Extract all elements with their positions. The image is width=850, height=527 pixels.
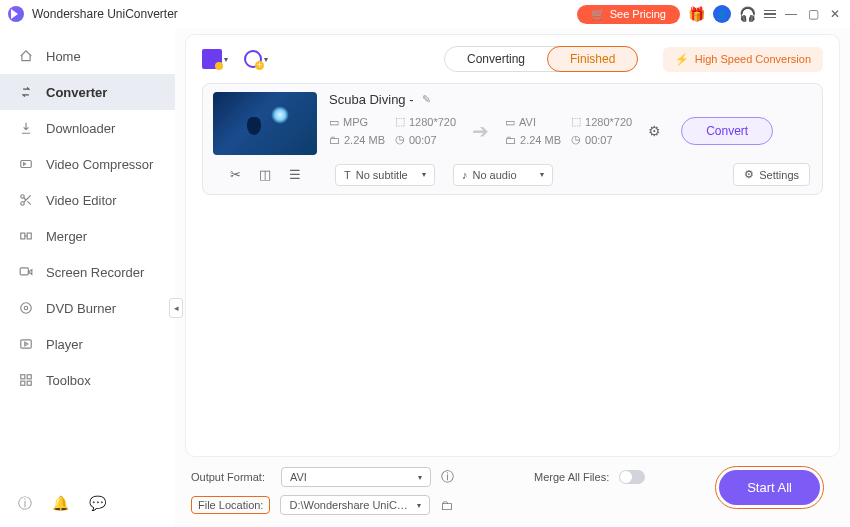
edit-icon[interactable]: ✎ [422, 93, 431, 106]
sidebar-collapse-button[interactable]: ◂ [169, 298, 183, 318]
file-location-select[interactable]: D:\Wondershare UniConverter 1 ▾ [280, 495, 430, 515]
chevron-down-icon: ▾ [264, 55, 268, 64]
svg-point-1 [21, 195, 25, 199]
home-icon [18, 48, 34, 64]
folder-icon: 🗀 [329, 134, 340, 146]
tab-converting[interactable]: Converting [445, 47, 547, 71]
bolt-icon: ⚡ [675, 53, 689, 66]
tab-group: Converting Finished [444, 46, 637, 72]
gift-icon[interactable]: 🎁 [688, 6, 705, 22]
maximize-button[interactable]: ▢ [806, 7, 820, 21]
close-button[interactable]: ✕ [828, 7, 842, 21]
bell-icon[interactable]: 🔔 [52, 495, 69, 513]
user-avatar[interactable]: 👤 [713, 5, 731, 23]
convert-button[interactable]: Convert [681, 117, 773, 145]
effects-icon[interactable]: ☰ [289, 167, 301, 182]
sidebar-item-converter[interactable]: Converter [0, 74, 175, 110]
svg-point-6 [21, 303, 32, 314]
chevron-down-icon: ▾ [422, 170, 426, 179]
resolution-icon: ⬚ [395, 115, 405, 128]
video-icon: ▭ [329, 116, 339, 129]
subtitle-icon: T [344, 169, 351, 181]
speed-label: High Speed Conversion [695, 53, 811, 65]
chevron-down-icon: ▾ [224, 55, 228, 64]
sidebar-item-toolbox[interactable]: Toolbox [0, 362, 175, 398]
svg-rect-11 [21, 381, 25, 385]
sidebar-item-downloader[interactable]: Downloader [0, 110, 175, 146]
sidebar-item-label: Video Editor [46, 193, 117, 208]
merger-icon [18, 228, 34, 244]
svg-rect-12 [27, 381, 31, 385]
start-all-button[interactable]: Start All [719, 470, 820, 505]
subtitle-select[interactable]: TNo subtitle ▾ [335, 164, 435, 186]
pricing-label: See Pricing [610, 8, 666, 20]
info-icon[interactable]: ⓘ [441, 468, 454, 486]
app-title: Wondershare UniConverter [32, 7, 178, 21]
recorder-icon [18, 264, 34, 280]
chevron-down-icon: ▾ [417, 501, 421, 510]
video-thumbnail[interactable] [213, 92, 317, 155]
feedback-icon[interactable]: 💬 [89, 495, 106, 513]
item-settings-button[interactable]: ⚙ Settings [733, 163, 810, 186]
dst-format: AVI [519, 116, 536, 128]
crop-icon[interactable]: ◫ [259, 167, 271, 182]
sidebar-item-dvd[interactable]: DVD Burner [0, 290, 175, 326]
merge-toggle[interactable] [619, 470, 645, 484]
sidebar-item-label: Home [46, 49, 81, 64]
app-logo [8, 6, 24, 22]
high-speed-button[interactable]: ⚡ High Speed Conversion [663, 47, 823, 72]
output-format-select[interactable]: AVI ▾ [281, 467, 431, 487]
resolution-icon: ⬚ [571, 115, 581, 128]
dvd-icon [18, 300, 34, 316]
svg-rect-10 [27, 375, 31, 379]
clock-icon: ◷ [395, 133, 405, 146]
scissors-icon [18, 192, 34, 208]
open-folder-icon[interactable]: 🗀 [440, 498, 453, 513]
audio-select[interactable]: ♪No audio ▾ [453, 164, 553, 186]
minimize-button[interactable]: — [784, 7, 798, 21]
gear-icon: ⚙ [744, 168, 754, 181]
menu-icon[interactable] [764, 10, 776, 19]
disc-add-icon [244, 50, 262, 68]
compressor-icon [18, 156, 34, 172]
src-format: MPG [343, 116, 368, 128]
sidebar-item-editor[interactable]: Video Editor [0, 182, 175, 218]
chevron-down-icon: ▾ [418, 473, 422, 482]
sidebar-item-home[interactable]: Home [0, 38, 175, 74]
src-dur: 00:07 [409, 134, 437, 146]
sidebar-item-merger[interactable]: Merger [0, 218, 175, 254]
output-format-value: AVI [290, 471, 307, 483]
merge-label: Merge All Files: [534, 471, 609, 483]
svg-rect-8 [21, 340, 32, 348]
add-url-button[interactable]: ▾ [244, 50, 268, 68]
sidebar-item-player[interactable]: Player [0, 326, 175, 362]
see-pricing-button[interactable]: 🛒 See Pricing [577, 5, 680, 24]
sidebar-item-label: Downloader [46, 121, 115, 136]
add-file-button[interactable]: ▾ [202, 49, 228, 69]
help-icon[interactable]: ⓘ [18, 495, 32, 513]
file-add-icon [202, 49, 222, 69]
dst-size: 2.24 MB [520, 134, 561, 146]
sidebar-item-label: Merger [46, 229, 87, 244]
sidebar-item-label: Converter [46, 85, 107, 100]
sidebar-item-label: Toolbox [46, 373, 91, 388]
svg-point-2 [21, 202, 25, 206]
sidebar-item-compressor[interactable]: Video Compressor [0, 146, 175, 182]
sidebar-item-recorder[interactable]: Screen Recorder [0, 254, 175, 290]
trim-icon[interactable]: ✂ [230, 167, 241, 182]
start-all-highlight: Start All [715, 466, 824, 509]
file-card: Scuba Diving - ✎ ▭MPG 🗀2.24 MB [202, 83, 823, 195]
file-location-label: File Location: [191, 496, 270, 514]
audio-icon: ♪ [462, 169, 468, 181]
output-settings-icon[interactable]: ⚙ [648, 123, 661, 139]
output-format-label: Output Format: [191, 471, 271, 483]
file-location-value: D:\Wondershare UniConverter 1 [289, 499, 409, 511]
clock-icon: ◷ [571, 133, 581, 146]
sidebar-item-label: Screen Recorder [46, 265, 144, 280]
svg-rect-4 [27, 233, 31, 239]
sidebar-item-label: Video Compressor [46, 157, 153, 172]
src-res: 1280*720 [409, 116, 456, 128]
tab-finished[interactable]: Finished [547, 46, 638, 72]
svg-rect-5 [20, 268, 28, 275]
support-icon[interactable]: 🎧 [739, 6, 756, 22]
